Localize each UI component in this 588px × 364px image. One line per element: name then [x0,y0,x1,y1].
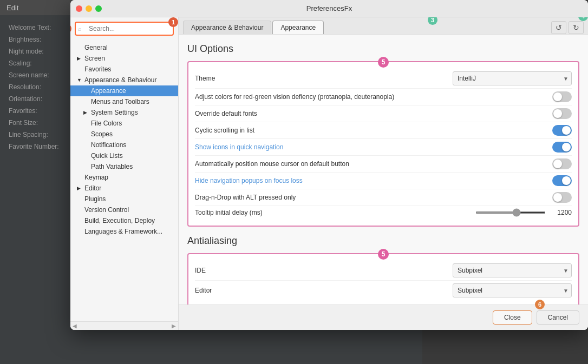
brightness-label: Brightness: [9,36,79,43]
main-scroll-area[interactable]: UI Options 5 Theme IntelliJ Darcula High… [179,35,588,305]
sidebar-item-label-vc: Version Control [84,206,129,214]
sidebar-item-build-execution[interactable]: Build, Execution, Deploy [70,215,178,226]
tooltip-slider-wrap: 1200 [475,209,572,216]
sidebar-item-appearance-behaviour[interactable]: ▼ Appearance & Behaviour [70,75,178,85]
sidebar-item-menus-toolbars[interactable]: Menus and Toolbars [70,96,178,107]
sidebar-item-version-control[interactable]: Version Control [70,204,178,215]
colorblind-toggle[interactable] [552,91,572,102]
cyclic-scroll-row: Cyclic scrolling in list [195,122,572,139]
sidebar-item-label-screen: Screen [84,55,105,62]
override-fonts-toggle[interactable] [552,108,572,119]
tab-appearance-label: Appearance [280,24,316,31]
scroll-right-icon[interactable]: ▶ [172,323,176,329]
auto-position-toggle[interactable] [552,158,572,169]
badge-2: 2 [70,24,71,34]
drag-drop-toggle[interactable] [552,192,572,203]
sidebar-item-label-quicklists: Quick Lists [91,152,123,160]
badge-4: 4 [578,17,588,21]
drag-drop-row: Drag-n-Drop with ALT pressed only [195,189,572,206]
sidebar-item-label-filecolors: File Colors [91,120,122,127]
sidebar-item-plugins[interactable]: Plugins [70,194,178,204]
sidebar-item-file-colors[interactable]: File Colors [70,118,178,129]
sidebar-item-scopes[interactable]: Scopes [70,129,178,140]
tabs-bar: Appearance & Behaviour Appearance 3 4 ↺ … [179,17,588,35]
badge-3: 3 [428,17,437,25]
editor-aa-select[interactable]: Subpixel Greyscale None [453,283,572,297]
override-fonts-label: Override default fonts [195,110,552,117]
sidebar-item-label-languages: Languages & Framework... [84,228,162,235]
editor-aa-select-wrap: Subpixel Greyscale None ▼ [453,283,572,297]
show-icons-row: Show icons in quick navigation [195,139,572,156]
scroll-left-icon[interactable]: ◀ [73,323,77,329]
ide-aa-select-wrap: Subpixel Greyscale None ▼ [453,263,572,277]
sidebar-item-favorites[interactable]: Favorites [70,64,178,75]
cyclic-scroll-toggle[interactable] [552,125,572,136]
sidebar-item-label-build: Build, Execution, Deploy [84,217,155,224]
sidebar-item-path-variables[interactable]: Path Variables [70,161,178,172]
reset-icon: ↺ [556,23,562,32]
sidebar-item-label-scopes: Scopes [91,130,113,138]
sidebar-item-label-notifications: Notifications [91,141,126,149]
nightmode-label: Night mode: [9,48,79,55]
sidebar-item-label-favorites: Favorites [84,65,111,73]
screenname-label: Screen name: [9,71,79,79]
sidebar-item-label-system: System Settings [91,109,138,116]
preferences-dialog: PreferencesFx 2 ⌕ 1 General ▶ Screen [70,0,588,330]
favnumber-label: Favorite Number: [9,143,79,150]
badge-1: 1 [168,17,178,27]
colorblind-row: Adjust colors for red-green vision defie… [195,89,572,105]
theme-select[interactable]: IntelliJ Darcula High Contrast [453,71,572,85]
theme-row: Theme IntelliJ Darcula High Contrast ▼ [195,69,572,89]
arrow-system: ▶ [83,110,89,115]
show-icons-label: Show icons in quick navigation [195,143,552,151]
ide-aa-select[interactable]: Subpixel Greyscale None [453,263,572,277]
refresh-button[interactable]: ↻ [569,21,584,34]
ui-options-box: 5 Theme IntelliJ Darcula High Contrast ▼ [187,61,579,227]
sidebar-item-notifications[interactable]: Notifications [70,140,178,150]
hide-nav-row: Hide navigation popups on focus loss [195,173,572,189]
dialog-body: 2 ⌕ 1 General ▶ Screen Favorites [70,17,588,330]
minimize-traffic-light[interactable] [86,5,92,12]
sidebar-item-screen[interactable]: ▶ Screen [70,53,178,64]
editor-aa-label: Editor [195,287,453,294]
sidebar-item-languages[interactable]: Languages & Framework... [70,226,178,237]
sidebar: 2 ⌕ 1 General ▶ Screen Favorites [70,17,179,330]
search-box-wrap: 2 ⌕ 1 [75,22,174,36]
tab-appearance[interactable]: Appearance [272,21,324,34]
sidebar-item-editor[interactable]: ▶ Editor [70,183,178,194]
close-button[interactable]: Close [493,310,532,325]
arrow-appearance-behaviour: ▼ [77,77,82,83]
sidebar-item-label-editor: Editor [84,184,101,192]
search-input[interactable] [75,22,174,36]
hide-nav-toggle[interactable] [552,175,572,186]
sidebar-item-keymap[interactable]: Keymap [70,172,178,183]
sidebar-item-appearance[interactable]: Appearance [70,85,178,96]
sidebar-item-system-settings[interactable]: ▶ System Settings [70,107,178,118]
fontsize-label: Font Size: [9,119,79,127]
dialog-footer: 6 Close Cancel [179,305,588,330]
sidebar-item-general[interactable]: General [70,42,178,53]
orientation-label: Orientation: [9,95,79,103]
tooltip-delay-slider[interactable] [475,211,546,214]
sidebar-item-label-menus: Menus and Toolbars [91,98,149,105]
override-fonts-row: Override default fonts [195,105,572,122]
reset-button[interactable]: ↺ [551,21,566,34]
scaling-label: Scaling: [9,59,79,67]
antialiasing-title: Antialiasing [187,235,579,247]
cancel-button[interactable]: Cancel [537,310,579,325]
resolution-label: Resolution: [9,83,79,91]
arrow-screen: ▶ [77,56,82,61]
close-traffic-light[interactable] [76,5,82,12]
sidebar-list: General ▶ Screen Favorites ▼ Appearance … [70,40,178,321]
dialog-title: PreferencesFx [306,4,352,12]
tab-appearance-behaviour[interactable]: Appearance & Behaviour [183,21,271,34]
main-content: Appearance & Behaviour Appearance 3 4 ↺ … [179,17,588,330]
ide-aa-label: IDE [195,267,453,274]
maximize-traffic-light[interactable] [95,5,102,12]
colorblind-label: Adjust colors for red-green vision defie… [195,93,552,101]
search-icon: ⌕ [78,25,82,32]
show-icons-toggle[interactable] [552,142,572,153]
theme-label: Theme [195,75,453,82]
sidebar-item-quicklists[interactable]: Quick Lists [70,150,178,161]
sidebar-item-label-appearance: Appearance [91,87,126,95]
